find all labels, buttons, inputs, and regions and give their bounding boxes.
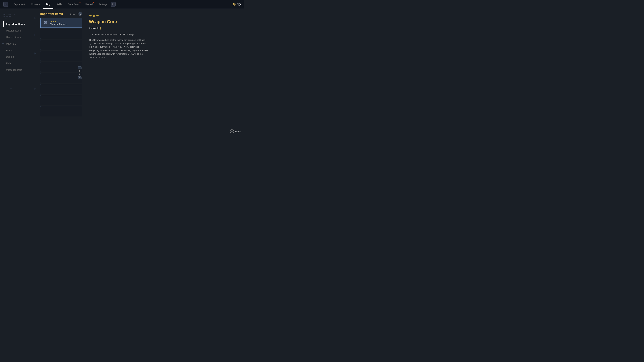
detail-desc-short: Used as enhancement material for Blood E… <box>89 33 149 36</box>
items-list-title: Important Items <box>40 12 63 16</box>
sidebar-item-miscellaneous[interactable]: Miscellaneous <box>3 67 37 73</box>
items-sort[interactable]: Default ⁝ ▲ <box>70 12 82 16</box>
detail-availability: Available <box>89 27 239 29</box>
currency-display: G 45 <box>233 2 241 6</box>
sidebar-item-ammo[interactable]: Ammo <box>3 47 37 53</box>
sidebar-item-design[interactable]: Design <box>3 54 37 60</box>
svg-point-2 <box>45 22 46 23</box>
item-slot-2[interactable] <box>40 29 82 39</box>
detail-title: Weapon Core <box>89 19 239 24</box>
sidebar-item-mission[interactable]: Mission Items <box>3 27 37 34</box>
nav-settings[interactable]: Settings <box>96 0 110 9</box>
item-slot-7[interactable] <box>40 84 82 94</box>
item-slot-weapon-core[interactable]: ★★★ Weapon Core x1 <box>40 18 82 28</box>
back-label: Back <box>235 130 241 133</box>
items-list-header: Important Items Default ⁝ ▲ <box>40 12 82 16</box>
top-navigation: L1 Equipment Missions Bag Skills Data Ba… <box>0 0 244 9</box>
nav-missions[interactable]: Missions <box>28 0 43 9</box>
sidebar-item-fish[interactable]: Fish <box>3 60 37 66</box>
sidebar-item-materials[interactable]: ✛ Materials <box>3 40 37 47</box>
item-slot-6[interactable] <box>40 73 82 83</box>
scroll-down-badge: R2 <box>78 76 82 79</box>
nav-equipment[interactable]: Equipment <box>11 0 28 9</box>
currency-value: 45 <box>237 2 241 6</box>
weapon-core-icon <box>42 19 49 26</box>
availability-label: Available <box>89 27 99 29</box>
back-button[interactable]: ⊙ Back <box>230 129 241 133</box>
r1-badge: R1 <box>111 2 116 7</box>
detail-desc-long: The Colony's particle control technology… <box>89 38 149 59</box>
scroll-up-badge: L2 <box>78 66 82 69</box>
detail-stars: ★★★ <box>89 14 239 18</box>
weapon-core-info: ★★★ Weapon Core x1 <box>50 20 80 25</box>
item-slot-9[interactable] <box>40 106 82 116</box>
sort-label: Default <box>70 13 76 15</box>
nav-bag[interactable]: Bag <box>43 0 53 9</box>
l1-badge: L1 <box>3 2 8 7</box>
weapon-core-name: Weapon Core x1 <box>50 23 80 25</box>
sidebar: AEG REFLECTION CLASSIFIED Important Item… <box>0 9 37 137</box>
items-list-panel: Important Items Default ⁝ ▲ ★★★ Weapon C… <box>37 9 84 137</box>
detail-panel: ★★★ Weapon Core Available Used as enhanc… <box>84 9 244 137</box>
nav-databank[interactable]: Data Bank <box>65 0 82 9</box>
nav-skills[interactable]: Skills <box>53 0 65 9</box>
back-circle-icon: ⊙ <box>230 129 234 133</box>
main-content: AEG REFLECTION CLASSIFIED Important Item… <box>0 9 244 137</box>
item-slot-3[interactable] <box>40 40 82 50</box>
sidebar-item-important[interactable]: Important Items <box>3 21 37 27</box>
item-slot-5[interactable] <box>40 62 82 72</box>
item-slot-8[interactable] <box>40 95 82 105</box>
scroll-up-arrow: ⬆ <box>79 70 81 72</box>
sidebar-logo: AEG REFLECTION CLASSIFIED <box>3 14 37 17</box>
item-slot-4[interactable] <box>40 51 82 61</box>
manual-dot <box>93 2 94 3</box>
availability-bar <box>100 27 101 29</box>
nav-manual[interactable]: Manual <box>82 0 96 9</box>
databank-dot <box>80 2 80 3</box>
sort-triangle-button[interactable]: ▲ <box>78 12 82 16</box>
detail-description: Used as enhancement material for Blood E… <box>89 33 149 59</box>
scroll-indicators: L2 ⬆ ⬇ R2 <box>78 66 82 79</box>
currency-symbol: G <box>233 2 236 6</box>
weapon-core-stars: ★★★ <box>50 20 80 23</box>
scroll-down-arrow: ⬇ <box>79 73 81 76</box>
sidebar-item-usable[interactable]: Usable Items <box>3 34 37 40</box>
